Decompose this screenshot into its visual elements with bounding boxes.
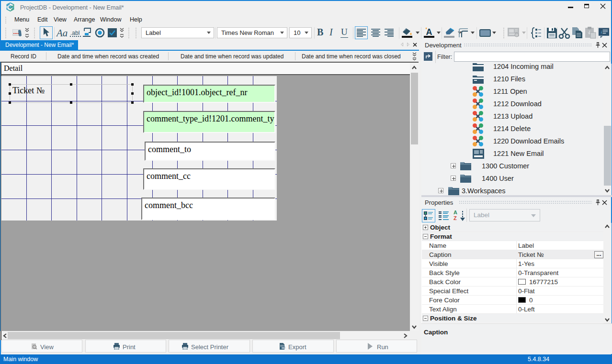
svg-text:exp: exp <box>282 346 285 349</box>
svg-text:A: A <box>426 27 432 37</box>
